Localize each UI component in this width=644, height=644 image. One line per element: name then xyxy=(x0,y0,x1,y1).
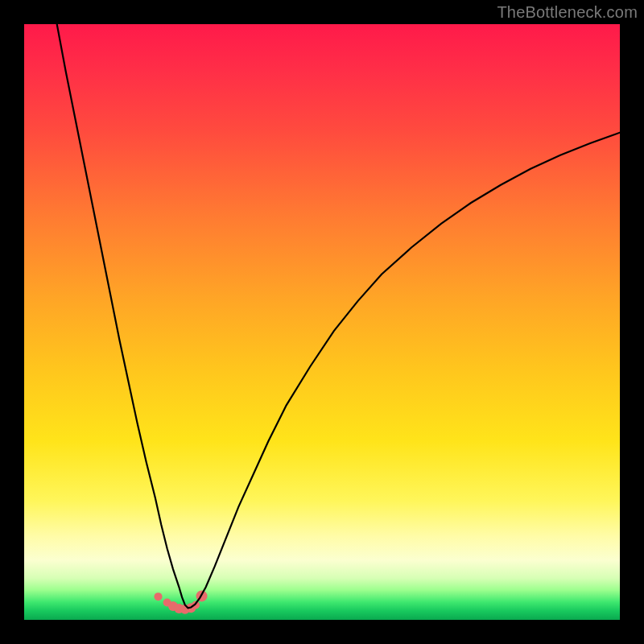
chart-svg xyxy=(24,24,620,620)
bottleneck-curve xyxy=(57,24,620,608)
chart-frame: TheBottleneck.com xyxy=(0,0,644,644)
marker-point xyxy=(155,592,163,601)
plot-area xyxy=(24,24,620,620)
watermark-text: TheBottleneck.com xyxy=(497,3,638,22)
